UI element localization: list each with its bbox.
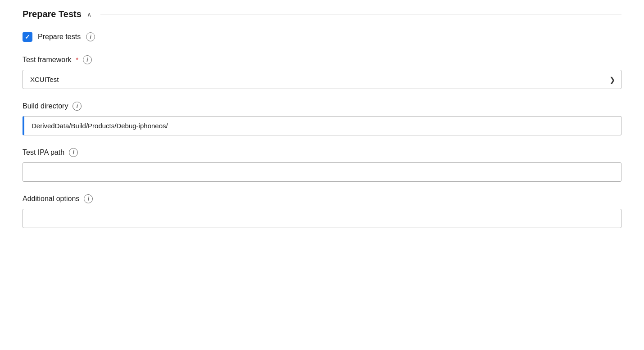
collapse-icon[interactable]: ∧ [87,11,91,18]
additional-options-label-row: Additional options i [23,194,621,203]
prepare-tests-label: Prepare tests [38,33,81,41]
section-header: Prepare Tests ∧ [23,9,621,19]
additional-options-info-icon[interactable]: i [84,194,93,203]
test-ipa-path-input[interactable] [23,162,621,182]
test-framework-info-icon[interactable]: i [83,55,92,64]
build-directory-label: Build directory [23,102,68,110]
prepare-tests-row: ✓ Prepare tests i [23,32,621,42]
build-directory-info-icon[interactable]: i [73,102,82,111]
additional-options-input[interactable] [23,209,621,228]
test-framework-label: Test framework [23,56,71,64]
prepare-tests-checkbox[interactable]: ✓ [23,32,32,42]
section-title: Prepare Tests [23,9,82,19]
checkmark-icon: ✓ [25,33,30,40]
section-divider [100,14,621,14]
test-ipa-path-info-icon[interactable]: i [69,148,78,157]
prepare-tests-info-icon[interactable]: i [86,32,95,41]
test-framework-group: Test framework * i XCUITest XCTest Espre… [23,55,621,89]
build-directory-group: Build directory i [23,102,621,135]
test-framework-select-wrapper: XCUITest XCTest Espresso Appium ❯ [23,70,621,89]
build-directory-label-row: Build directory i [23,102,621,111]
required-star: * [76,56,78,63]
test-ipa-path-label: Test IPA path [23,148,64,157]
test-framework-label-row: Test framework * i [23,55,621,64]
additional-options-group: Additional options i [23,194,621,228]
page-container: Prepare Tests ∧ ✓ Prepare tests i Test f… [0,0,644,254]
additional-options-label: Additional options [23,195,79,203]
test-framework-select[interactable]: XCUITest XCTest Espresso Appium [23,70,621,89]
test-ipa-path-group: Test IPA path i [23,148,621,182]
test-ipa-path-label-row: Test IPA path i [23,148,621,157]
build-directory-input[interactable] [23,116,621,135]
